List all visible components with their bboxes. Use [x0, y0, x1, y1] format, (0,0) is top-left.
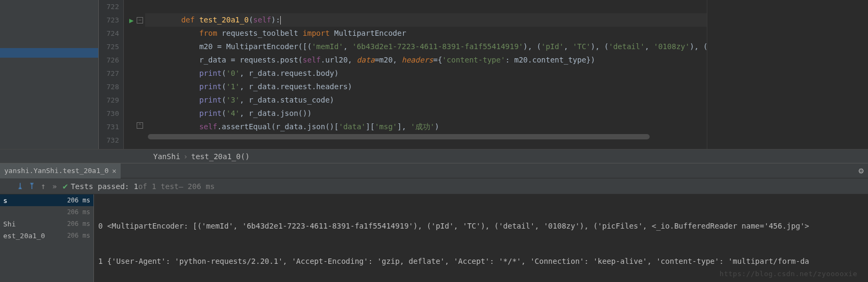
close-icon[interactable]: ×	[112, 167, 116, 175]
line-number-gutter[interactable]: 722 723 724 725 726 727 728 729 730 731 …	[99, 0, 124, 149]
line-number[interactable]: 727	[99, 67, 123, 80]
test-results-panel: s 206 ms 206 ms Shi 206 ms est_20a1_0 20…	[0, 194, 868, 282]
tree-node-time: 206 ms	[67, 220, 90, 228]
editor-area: 722 723 724 725 726 727 728 729 730 731 …	[0, 0, 868, 150]
previous-failed-icon[interactable]: ↑	[37, 181, 49, 191]
tests-passed-label: Tests passed: 1	[70, 182, 138, 191]
test-tree-node[interactable]: 206 ms	[0, 206, 93, 218]
line-number[interactable]: 722	[99, 0, 123, 13]
error-stripe[interactable]	[707, 0, 868, 149]
tree-node-label: est_20a1_0	[3, 232, 45, 240]
line-number[interactable]: 729	[99, 93, 123, 107]
expand-all-icon[interactable]: ⤓	[14, 181, 26, 191]
tree-node-label: s	[3, 197, 7, 205]
line-number[interactable]: 731	[99, 120, 123, 134]
console-output[interactable]: 0 <MultipartEncoder: [('memId', '6b43d2e…	[94, 194, 868, 282]
tests-passed-icon: ✔	[60, 181, 70, 191]
gutter-markers: ▶ − ⌃	[124, 0, 145, 149]
test-tree-root[interactable]: s 206 ms	[0, 194, 93, 206]
console-line: 0 <MultipartEncoder: [('memId', '6b43d2e…	[98, 220, 864, 232]
tree-node-time: 206 ms	[67, 232, 90, 239]
breadcrumb-class[interactable]: YanShi	[153, 152, 180, 161]
tree-node-time: 206 ms	[67, 208, 90, 216]
gear-icon[interactable]: ⚙	[858, 166, 864, 176]
line-number[interactable]: 730	[99, 107, 123, 120]
test-tree-node[interactable]: Shi 206 ms	[0, 218, 93, 230]
watermark-text: https://blog.csdn.net/zyooooxie	[720, 268, 857, 280]
project-selected-row[interactable]	[0, 48, 98, 58]
collapse-all-icon[interactable]: ⤒	[26, 181, 37, 191]
run-config-label: yanshi.YanShi.test_20a1_0	[4, 167, 109, 175]
tests-total-label: of 1 test	[138, 182, 179, 191]
run-tool-tab-bar: yanshi.YanShi.test_20a1_0 × ⚙	[0, 163, 868, 178]
ide-root: 722 723 724 725 726 727 728 729 730 731 …	[0, 0, 868, 282]
run-config-tab[interactable]: yanshi.YanShi.test_20a1_0 ×	[0, 163, 121, 178]
fold-minus-icon[interactable]: −	[137, 17, 143, 24]
breadcrumb-method[interactable]: test_20a1_0()	[191, 152, 250, 161]
chevron-right-icon: ›	[184, 152, 188, 161]
tree-node-label: Shi	[3, 220, 15, 228]
code-editor[interactable]: def test_20a1_0(self): from requests_too…	[145, 0, 707, 149]
line-number[interactable]: 725	[99, 40, 123, 53]
line-number[interactable]: 728	[99, 80, 123, 93]
breadcrumb[interactable]: YanShi › test_20a1_0()	[0, 150, 868, 163]
test-tree[interactable]: s 206 ms 206 ms Shi 206 ms est_20a1_0 20…	[0, 194, 94, 282]
more-actions-icon[interactable]: »	[52, 182, 57, 191]
line-number[interactable]: 724	[99, 27, 123, 40]
tests-time-label: – 206 ms	[179, 182, 215, 191]
tree-node-time: 206 ms	[67, 197, 90, 204]
line-number[interactable]: 726	[99, 53, 123, 67]
run-test-icon[interactable]: ▶	[129, 16, 133, 25]
line-number[interactable]: 732	[99, 134, 123, 147]
editor-horizontal-scrollbar[interactable]	[145, 134, 707, 140]
test-tree-node[interactable]: est_20a1_0 206 ms	[0, 230, 93, 241]
project-tool-window[interactable]	[0, 0, 99, 149]
line-number[interactable]: 723	[99, 13, 123, 27]
console-line: 1 {'User-Agent': 'python-requests/2.20.1…	[98, 255, 864, 267]
fold-end-icon[interactable]: ⌃	[137, 122, 143, 129]
caret-icon	[280, 16, 281, 25]
test-results-toolbar: ⤓ ⤒ ↑ » ✔ Tests passed: 1 of 1 test – 20…	[0, 178, 868, 194]
